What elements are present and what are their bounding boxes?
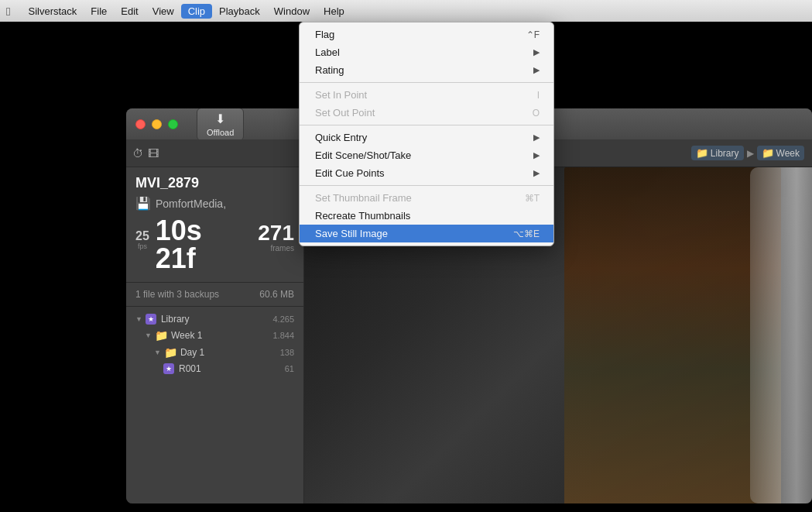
minimize-button[interactable] (152, 119, 162, 129)
clock-icon: ⏱ (132, 147, 143, 160)
flag-shortcut: ⌃F (526, 29, 540, 40)
offload-icon: ⬇ (215, 112, 225, 126)
separator-1 (300, 82, 553, 83)
day1-label: Day 1 (180, 347, 204, 358)
menu-silverstack[interactable]: Silverstack (21, 4, 84, 19)
week1-count: 1.844 (272, 331, 294, 340)
menu-item-set-in-point: Set In Point I (300, 86, 553, 104)
week1-label: Week 1 (171, 330, 202, 341)
library-count: 4.265 (272, 314, 294, 324)
offload-button[interactable]: ⬇ Offload (197, 108, 244, 141)
clip-name: MVI_2879 (135, 175, 294, 191)
apple-menu[interactable]:  (6, 5, 10, 18)
breadcrumb: 📁 Library ▶ 📁 Week (691, 146, 804, 160)
set-out-label: Set Out Point (315, 107, 375, 119)
week1-triangle: ▼ (145, 332, 152, 339)
menu-file[interactable]: File (84, 4, 114, 19)
label-label: Label (315, 46, 340, 58)
library-label: Library (161, 314, 190, 325)
breadcrumb-week[interactable]: 📁 Week (757, 146, 804, 160)
breadcrumb-library-label: Library (711, 148, 739, 159)
quick-entry-arrow: ▶ (533, 132, 540, 143)
hdd-icon: 💾 (135, 196, 151, 211)
week-folder-icon: 📁 (762, 147, 774, 159)
menu-item-edit-scene[interactable]: Edit Scene/Shot/Take ▶ (300, 146, 553, 164)
clip-dropdown-menu: Flag ⌃F Label ▶ Rating ▶ Set In Point I … (299, 22, 554, 246)
menu-bar:  Silverstack File Edit View Clip Playba… (0, 0, 812, 22)
menu-edit[interactable]: Edit (114, 4, 145, 19)
menu-clip[interactable]: Clip (181, 4, 212, 19)
library-triangle: ▼ (135, 315, 142, 323)
edit-scene-label: Edit Scene/Shot/Take (315, 149, 411, 161)
day1-triangle: ▼ (154, 349, 161, 356)
rating-label: Rating (315, 64, 344, 76)
clip-backup: 1 file with 3 backups 60.6 MB (126, 283, 303, 307)
menu-item-label[interactable]: Label ▶ (300, 43, 553, 61)
menu-item-set-out-point: Set Out Point O (300, 104, 553, 122)
frames-block: 271 frames (258, 222, 294, 253)
tree-item-library[interactable]: ▼ ★ Library 4.265 (126, 311, 303, 327)
left-panel: ⏱ 🎞 MVI_2879 💾 PomfortMedia, 25 fps 10s … (126, 139, 304, 503)
save-still-image-label: Save Still Image (315, 228, 388, 239)
offload-label: Offload (207, 128, 234, 137)
tree-item-week1[interactable]: ▼ 📁 Week 1 1.844 (126, 327, 303, 344)
r001-star-badge: ★ (163, 363, 174, 374)
set-out-shortcut: O (533, 108, 540, 119)
breadcrumb-week-label: Week (776, 148, 800, 159)
set-in-shortcut: I (537, 90, 540, 101)
set-thumbnail-label: Set Thumbnail Frame (315, 192, 412, 204)
library-star-badge: ★ (146, 314, 156, 325)
menu-item-recreate-thumbnails[interactable]: Recreate Thumbnails (300, 207, 553, 225)
clip-source: 💾 PomfortMedia, (135, 196, 294, 211)
breadcrumb-library[interactable]: 📁 Library (691, 146, 744, 160)
menu-view[interactable]: View (146, 4, 181, 19)
toolbar-buttons: ⬇ Offload (197, 108, 244, 141)
set-thumbnail-shortcut: ⌘T (525, 193, 540, 204)
breadcrumb-separator: ▶ (747, 148, 754, 159)
fps-block: 25 fps (135, 230, 149, 250)
file-size: 60.6 MB (259, 289, 294, 300)
r001-count: 61 (285, 364, 294, 373)
library-tree: ▼ ★ Library 4.265 ▼ 📁 Week 1 1.844 (126, 307, 303, 503)
menu-item-quick-entry[interactable]: Quick Entry ▶ (300, 129, 553, 146)
tree-item-week1-left: ▼ 📁 Week 1 (145, 329, 202, 342)
tree-item-r001[interactable]: ★ R001 61 (126, 361, 303, 376)
day1-folder-icon: 📁 (164, 346, 177, 359)
menu-item-set-thumbnail: Set Thumbnail Frame ⌘T (300, 189, 553, 207)
tree-item-day1-left: ▼ 📁 Day 1 (154, 346, 204, 359)
menu-item-edit-cue[interactable]: Edit Cue Points ▶ (300, 164, 553, 182)
tree-item-day1[interactable]: ▼ 📁 Day 1 138 (126, 344, 303, 361)
quick-entry-label: Quick Entry (315, 132, 367, 143)
clip-duration: 25 fps 10s 21f 271 frames (135, 217, 294, 273)
set-in-label: Set In Point (315, 89, 367, 101)
clip-info: MVI_2879 💾 PomfortMedia, 25 fps 10s 21f … (126, 167, 303, 283)
menu-help[interactable]: Help (317, 4, 351, 19)
fps-number: 25 (135, 230, 149, 242)
frames-label: frames (270, 244, 294, 253)
week1-folder-icon: 📁 (155, 329, 168, 342)
filmstrip-icon: 🎞 (148, 147, 159, 160)
separator-3 (300, 185, 553, 186)
menu-item-rating[interactable]: Rating ▶ (300, 61, 553, 79)
flag-label: Flag (315, 29, 334, 40)
day1-count: 138 (280, 348, 294, 357)
menu-item-flag[interactable]: Flag ⌃F (300, 26, 553, 43)
r001-label: R001 (179, 363, 201, 374)
backup-info: 1 file with 3 backups (135, 289, 219, 300)
frames-number: 271 (258, 222, 294, 244)
duration-main: 10s 21f (156, 217, 247, 273)
fps-label: fps (138, 242, 147, 250)
menu-item-save-still-image[interactable]: Save Still Image ⌥⌘E (300, 225, 553, 242)
tree-item-library-left: ▼ ★ Library (135, 314, 190, 325)
menu-window[interactable]: Window (267, 4, 317, 19)
separator-2 (300, 125, 553, 125)
menu-playback[interactable]: Playback (212, 4, 267, 19)
tree-item-r001-left: ★ R001 (163, 363, 201, 374)
source-name: PomfortMedia, (156, 198, 226, 210)
close-button[interactable] (135, 119, 146, 129)
rating-arrow: ▶ (533, 65, 540, 75)
maximize-button[interactable] (168, 119, 178, 129)
edit-scene-arrow: ▶ (533, 150, 540, 160)
panel-toolbar: ⏱ 🎞 (126, 139, 303, 167)
edit-cue-arrow: ▶ (533, 168, 540, 178)
